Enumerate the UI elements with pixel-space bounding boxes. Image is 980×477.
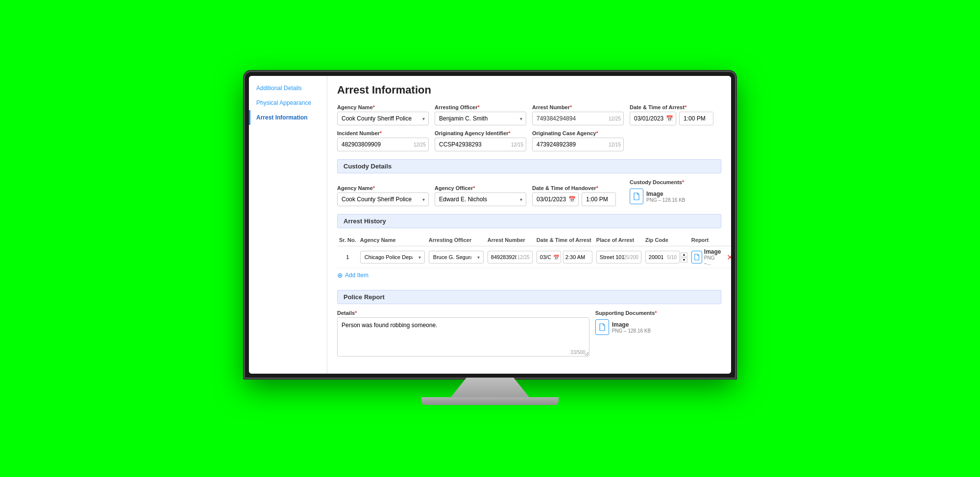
- main-content: Arrest Information Agency Name* Cook Cou…: [327, 76, 731, 374]
- incident-number-label: Incident Number*: [337, 130, 429, 136]
- calendar-icon[interactable]: 📅: [666, 115, 673, 122]
- row-zip: 5/10 ▲ ▼: [643, 246, 689, 268]
- handover-time-input[interactable]: [582, 192, 616, 206]
- custody-agency-officer-select[interactable]: Edward E. Nichols: [435, 192, 526, 206]
- row-date-wrapper: 📅: [537, 251, 561, 263]
- col-report: Report: [689, 234, 724, 246]
- sidebar-item-additional-details[interactable]: Additional Details: [249, 81, 327, 95]
- row-report-cell: Image PNG –...: [691, 248, 722, 266]
- handover-calendar-icon[interactable]: 📅: [568, 196, 576, 203]
- row-arrest-number-count: 12/25: [517, 255, 530, 260]
- originating-agency-wrapper: 12/15: [435, 138, 526, 151]
- arrest-history-header: Arrest History: [337, 214, 721, 228]
- custody-date-time-group: Date & Time of Handover* 📅: [532, 185, 624, 206]
- monitor-base: [421, 397, 559, 405]
- custody-file-icon: [630, 189, 643, 204]
- row-agency-name: Chicago Police Department: [358, 246, 427, 268]
- custody-agency-name-label: Agency Name*: [337, 185, 429, 191]
- custody-agency-name-group: Agency Name* Cook County Sheriff Police: [337, 185, 429, 206]
- row-date-time: 📅: [535, 246, 594, 268]
- sidebar-item-arrest-information[interactable]: Arrest Information: [249, 110, 327, 125]
- police-report-header: Police Report: [337, 290, 721, 304]
- row-calendar-icon[interactable]: 📅: [553, 255, 559, 260]
- row-report-file-name: Image: [704, 248, 722, 255]
- row-delete-button[interactable]: ✕: [726, 252, 731, 263]
- agency-name-select[interactable]: Cook County Sheriff Police: [337, 112, 429, 125]
- col-sr-no: Sr. No.: [337, 234, 358, 246]
- sidebar: Additional Details Physical Appearance A…: [249, 76, 327, 374]
- zip-spinner: ▲ ▼: [681, 252, 687, 262]
- custody-docs-label: Custody Documents*: [630, 179, 721, 185]
- custody-file-size: PNG – 128.16 KB: [646, 197, 686, 203]
- custody-file-info: Image PNG – 128.16 KB: [646, 191, 686, 203]
- supporting-file-attachment: Image PNG – 128.16 KB: [595, 317, 721, 337]
- agency-name-label: Agency Name*: [337, 104, 429, 110]
- table-row: 1 Chicago Police Department: [337, 246, 731, 268]
- custody-file-attachment: Image PNG – 128.16 KB: [630, 187, 721, 206]
- col-actions: [724, 234, 731, 246]
- custody-agency-officer-group: Agency Officer* Edward E. Nichols: [435, 185, 526, 206]
- col-arresting-officer: Arresting Officer: [427, 234, 486, 246]
- row-zip-input-wrapper: 5/10: [645, 251, 680, 263]
- supporting-docs-group: Supporting Documents*: [595, 310, 721, 337]
- police-report-section: Police Report Details* Person was found …: [337, 290, 721, 358]
- agency-name-select-wrapper: Cook County Sheriff Police: [337, 112, 429, 125]
- sidebar-item-physical-appearance[interactable]: Physical Appearance: [249, 95, 327, 110]
- col-place: Place of Arrest: [594, 234, 643, 246]
- row-zip-count: 5/10: [667, 255, 676, 260]
- row-delete-cell: ✕: [724, 246, 731, 268]
- row-agency-select[interactable]: Chicago Police Department: [360, 251, 425, 263]
- details-label: Details*: [337, 310, 589, 316]
- arresting-officer-label: Arresting Officer*: [435, 104, 526, 110]
- history-table-header-row: Sr. No. Agency Name Arresting Officer Ar…: [337, 234, 731, 246]
- arresting-officer-select-wrapper: Benjamin C. Smith: [435, 112, 526, 125]
- details-textarea-wrapper: Person was found robbing someone. 33/500: [337, 317, 589, 358]
- custody-row-1: Agency Name* Cook County Sheriff Police …: [337, 179, 721, 206]
- arrest-history-section: Arrest History Sr. No. Agency Name: [337, 214, 721, 282]
- row-date-time-wrapper: 📅: [537, 251, 592, 263]
- row-officer: Bruce G. Segura: [427, 246, 486, 268]
- row-place: 25/200: [594, 246, 643, 268]
- custody-agency-officer-label: Agency Officer*: [435, 185, 526, 191]
- row-report-file-info: Image PNG –...: [704, 248, 722, 266]
- supporting-file-info: Image PNG – 128.16 KB: [612, 321, 651, 334]
- arresting-officer-select[interactable]: Benjamin C. Smith: [435, 112, 526, 125]
- arrest-info-row-2: Incident Number* 12/25 Originating Agenc…: [337, 130, 721, 151]
- custody-agency-officer-select-wrapper: Edward E. Nichols: [435, 192, 526, 206]
- details-textarea[interactable]: Person was found robbing someone.: [337, 317, 589, 357]
- row-officer-select-wrapper: Bruce G. Segura: [429, 251, 484, 263]
- agency-name-group: Agency Name* Cook County Sheriff Police: [337, 104, 429, 125]
- col-arrest-number: Arrest Number: [486, 234, 535, 246]
- row-report-file-size: PNG –...: [704, 255, 722, 266]
- custody-agency-name-select[interactable]: Cook County Sheriff Police: [337, 192, 429, 206]
- row-place-input-wrapper: 25/200: [596, 251, 641, 263]
- custody-date-time-label: Date & Time of Handover*: [532, 185, 624, 191]
- add-item-button[interactable]: Add Item: [337, 268, 368, 282]
- originating-case-wrapper: 12/15: [532, 138, 624, 151]
- originating-case-count: 12/15: [609, 142, 621, 147]
- row-time-input[interactable]: [563, 251, 592, 263]
- custody-details-section: Custody Details Agency Name* Cook County…: [337, 159, 721, 206]
- incident-number-group: Incident Number* 12/25: [337, 130, 429, 151]
- zip-up-btn[interactable]: ▲: [681, 252, 687, 257]
- originating-agency-label: Originating Agency Identifier*: [435, 130, 526, 136]
- details-char-count: 33/500: [570, 350, 586, 355]
- arrest-history-table: Sr. No. Agency Name Arresting Officer Ar…: [337, 234, 731, 268]
- custody-agency-name-select-wrapper: Cook County Sheriff Police: [337, 192, 429, 206]
- date-time-arrest-group: Date & Time of Arrest* 📅: [630, 104, 721, 125]
- zip-down-btn[interactable]: ▼: [681, 258, 687, 262]
- arrest-number-count: 12/25: [609, 116, 621, 121]
- row-place-count: 25/200: [623, 255, 638, 260]
- originating-agency-count: 12/15: [511, 142, 523, 147]
- row-officer-select[interactable]: Bruce G. Segura: [429, 251, 484, 263]
- date-time-arrest-label: Date & Time of Arrest*: [630, 104, 721, 110]
- arrest-info-row-1: Agency Name* Cook County Sheriff Police …: [337, 104, 721, 125]
- monitor-stand: [451, 378, 529, 397]
- custody-section-header: Custody Details: [337, 159, 721, 173]
- supporting-file-size: PNG – 128.16 KB: [612, 328, 651, 334]
- supporting-file-name: Image: [612, 321, 651, 328]
- supporting-file-icon: [595, 319, 609, 335]
- arrest-info-section: Agency Name* Cook County Sheriff Police …: [337, 104, 721, 151]
- arrest-time-input[interactable]: [679, 112, 713, 125]
- col-zip: Zip Code: [643, 234, 689, 246]
